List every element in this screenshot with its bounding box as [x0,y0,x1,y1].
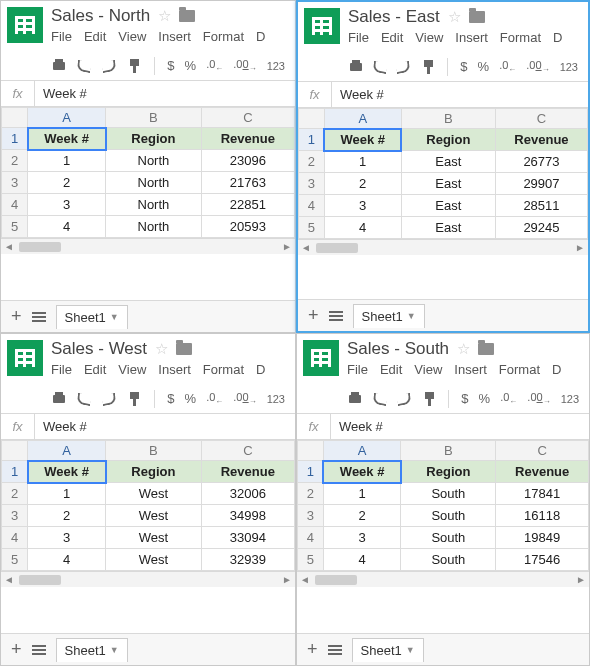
cell[interactable]: Week # [323,461,401,483]
column-header[interactable]: A [28,441,106,461]
currency-button[interactable]: $ [167,58,174,73]
add-sheet-button[interactable]: + [11,306,22,327]
cell[interactable]: 29907 [495,173,587,195]
cell[interactable]: West [106,549,201,571]
cell[interactable]: North [106,216,201,238]
all-sheets-icon[interactable] [328,645,342,655]
scroll-thumb[interactable] [316,243,358,253]
select-all-corner[interactable] [2,108,28,128]
currency-button[interactable]: $ [167,391,174,406]
cell[interactable]: 33094 [201,527,294,549]
row-header[interactable]: 1 [2,128,28,150]
undo-icon[interactable] [76,59,91,73]
scroll-track[interactable] [315,575,571,585]
row-header[interactable]: 1 [2,461,28,483]
menu-item[interactable]: Edit [381,30,403,45]
row-header[interactable]: 3 [2,505,28,527]
menu-item[interactable]: Format [500,30,541,45]
menu-item[interactable]: File [51,29,72,44]
row-header[interactable]: 4 [2,527,28,549]
scroll-left-icon[interactable]: ◄ [1,241,17,252]
cell[interactable]: Revenue [201,128,294,150]
paint-format-icon[interactable] [421,60,435,74]
cell[interactable]: Revenue [496,461,589,483]
folder-icon[interactable] [478,343,494,355]
redo-icon[interactable] [397,60,411,74]
cell[interactable]: 2 [324,173,401,195]
menu-item[interactable]: Insert [158,362,191,377]
document-title[interactable]: Sales - South [347,339,449,359]
cell[interactable]: 34998 [201,505,294,527]
row-header[interactable]: 5 [2,549,28,571]
cell[interactable]: East [401,195,495,217]
cell[interactable]: Week # [324,129,401,151]
formula-input[interactable]: Week # [35,86,295,101]
redo-icon[interactable] [102,392,117,406]
all-sheets-icon[interactable] [329,311,343,321]
select-all-corner[interactable] [299,109,325,129]
chevron-down-icon[interactable]: ▼ [110,312,119,322]
cell[interactable]: Revenue [201,461,294,483]
formula-input[interactable]: Week # [331,419,589,434]
horizontal-scrollbar[interactable]: ◄ ► [298,239,588,255]
cell[interactable]: 32006 [201,483,294,505]
row-header[interactable]: 1 [299,129,325,151]
cell[interactable]: 1 [324,151,401,173]
sheet-tab[interactable]: Sheet1 ▼ [56,638,128,662]
scroll-thumb[interactable] [19,242,61,252]
scroll-thumb[interactable] [315,575,357,585]
cell[interactable]: North [106,194,201,216]
all-sheets-icon[interactable] [32,312,46,322]
menu-item[interactable]: View [118,362,146,377]
grid-area[interactable]: A B C 1 Week # Region Revenue 2 1 [1,107,295,300]
scroll-track[interactable] [19,242,277,252]
more-formats-button[interactable]: 123 [267,393,285,405]
column-header[interactable]: C [496,441,589,461]
row-header[interactable]: 4 [2,194,28,216]
sheets-app-icon[interactable] [7,7,43,43]
column-header[interactable]: A [323,441,401,461]
cell[interactable]: 1 [323,483,401,505]
menu-item[interactable]: D [553,30,562,45]
cell[interactable]: West [106,527,201,549]
cell[interactable]: Region [106,128,201,150]
grid-area[interactable]: A B C 1 Week # Region Revenue 2 1 [1,440,295,633]
cell[interactable]: Region [106,461,201,483]
increase-decimal-button[interactable]: .00→ [527,391,550,406]
cell[interactable]: Region [401,129,495,151]
cell[interactable]: 4 [324,217,401,239]
increase-decimal-button[interactable]: .00→ [526,59,549,74]
column-header[interactable]: A [324,109,401,129]
add-sheet-button[interactable]: + [307,639,318,660]
currency-button[interactable]: $ [460,59,467,74]
column-header[interactable]: A [28,108,106,128]
decrease-decimal-button[interactable]: .0← [206,58,223,73]
print-icon[interactable] [51,392,66,406]
cell[interactable]: South [401,549,496,571]
decrease-decimal-button[interactable]: .0← [499,59,516,74]
star-icon[interactable]: ☆ [457,340,470,358]
more-formats-button[interactable]: 123 [267,60,285,72]
document-title[interactable]: Sales - North [51,6,150,26]
row-header[interactable]: 1 [298,461,324,483]
horizontal-scrollbar[interactable]: ◄ ► [297,571,589,587]
menu-item[interactable]: Format [499,362,540,377]
star-icon[interactable]: ☆ [155,340,168,358]
scroll-left-icon[interactable]: ◄ [297,574,313,585]
menu-item[interactable]: File [348,30,369,45]
cell[interactable]: 29245 [495,217,587,239]
row-header[interactable]: 3 [299,173,325,195]
sheets-app-icon[interactable] [304,8,340,44]
cell[interactable]: 2 [28,505,106,527]
cell[interactable]: 2 [323,505,401,527]
menu-item[interactable]: Format [203,29,244,44]
select-all-corner[interactable] [2,441,28,461]
undo-icon[interactable] [372,392,387,406]
cell[interactable]: 22851 [201,194,294,216]
cell[interactable]: 23096 [201,150,294,172]
star-icon[interactable]: ☆ [158,7,171,25]
row-header[interactable]: 4 [298,527,324,549]
sheet-tab[interactable]: Sheet1 ▼ [352,638,424,662]
cell[interactable]: 4 [28,549,106,571]
folder-icon[interactable] [469,11,485,23]
